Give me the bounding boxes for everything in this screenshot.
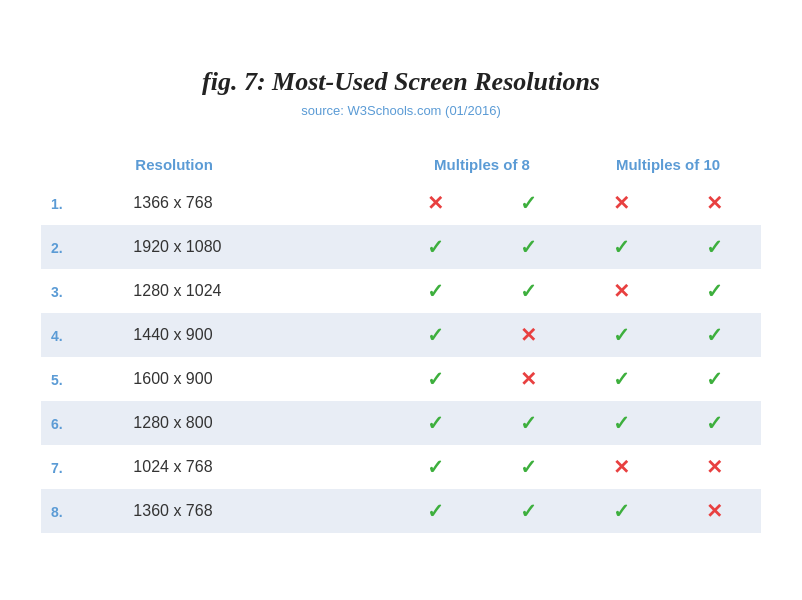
check-icon: ✓ — [427, 368, 444, 390]
check-icon: ✓ — [427, 412, 444, 434]
multiples10-width-cell: ✓ — [575, 357, 668, 401]
multiples10-height-cell: ✕ — [668, 445, 761, 489]
check-icon: ✓ — [427, 456, 444, 478]
row-number: 2. — [41, 225, 123, 269]
multiples8-height-cell: ✕ — [482, 313, 575, 357]
multiples10-width-cell: ✓ — [575, 313, 668, 357]
subtitle: source: W3Schools.com (01/2016) — [41, 103, 761, 118]
check-icon: ✓ — [706, 236, 723, 258]
page-container: fig. 7: Most-Used Screen Resolutions sou… — [21, 37, 781, 563]
table-row: 3.1280 x 1024✓✓✕✓ — [41, 269, 761, 313]
multiples10-height-cell: ✓ — [668, 357, 761, 401]
col-resolution-header: Resolution — [123, 148, 389, 181]
row-number: 8. — [41, 489, 123, 533]
check-icon: ✓ — [520, 412, 537, 434]
check-icon: ✓ — [427, 324, 444, 346]
cross-icon: ✕ — [706, 192, 723, 214]
check-icon: ✓ — [706, 412, 723, 434]
resolutions-table: Resolution Multiples of 8 Multiples of 1… — [41, 148, 761, 533]
resolution-cell: 1920 x 1080 — [123, 225, 389, 269]
multiples10-height-cell: ✓ — [668, 269, 761, 313]
col-multiples10-header: Multiples of 10 — [575, 148, 761, 181]
row-number: 7. — [41, 445, 123, 489]
row-number: 6. — [41, 401, 123, 445]
multiples8-width-cell: ✓ — [389, 489, 482, 533]
check-icon: ✓ — [520, 192, 537, 214]
table-row: 5.1600 x 900✓✕✓✓ — [41, 357, 761, 401]
row-number: 1. — [41, 181, 123, 225]
multiples10-height-cell: ✓ — [668, 225, 761, 269]
table-row: 2.1920 x 1080✓✓✓✓ — [41, 225, 761, 269]
multiples8-height-cell: ✓ — [482, 401, 575, 445]
multiples10-height-cell: ✕ — [668, 181, 761, 225]
multiples8-height-cell: ✓ — [482, 181, 575, 225]
row-number: 5. — [41, 357, 123, 401]
check-icon: ✓ — [706, 368, 723, 390]
check-icon: ✓ — [613, 412, 630, 434]
resolution-cell: 1440 x 900 — [123, 313, 389, 357]
cross-icon: ✕ — [520, 324, 537, 346]
multiples10-width-cell: ✓ — [575, 401, 668, 445]
multiples8-height-cell: ✓ — [482, 489, 575, 533]
check-icon: ✓ — [520, 500, 537, 522]
check-icon: ✓ — [427, 236, 444, 258]
col-num-header — [41, 148, 123, 181]
cross-icon: ✕ — [613, 280, 630, 302]
multiples8-height-cell: ✕ — [482, 357, 575, 401]
cross-icon: ✕ — [520, 368, 537, 390]
multiples8-width-cell: ✓ — [389, 313, 482, 357]
check-icon: ✓ — [520, 456, 537, 478]
multiples8-width-cell: ✓ — [389, 225, 482, 269]
table-row: 7.1024 x 768✓✓✕✕ — [41, 445, 761, 489]
multiples10-height-cell: ✕ — [668, 489, 761, 533]
multiples10-height-cell: ✓ — [668, 313, 761, 357]
page-title: fig. 7: Most-Used Screen Resolutions — [41, 67, 761, 97]
check-icon: ✓ — [706, 324, 723, 346]
multiples8-width-cell: ✓ — [389, 269, 482, 313]
check-icon: ✓ — [520, 280, 537, 302]
cross-icon: ✕ — [706, 500, 723, 522]
resolution-cell: 1280 x 1024 — [123, 269, 389, 313]
check-icon: ✓ — [613, 324, 630, 346]
resolution-cell: 1280 x 800 — [123, 401, 389, 445]
col-multiples8-header: Multiples of 8 — [389, 148, 575, 181]
resolution-cell: 1360 x 768 — [123, 489, 389, 533]
cross-icon: ✕ — [427, 192, 444, 214]
multiples10-width-cell: ✓ — [575, 489, 668, 533]
resolution-cell: 1600 x 900 — [123, 357, 389, 401]
table-row: 4.1440 x 900✓✕✓✓ — [41, 313, 761, 357]
table-row: 6.1280 x 800✓✓✓✓ — [41, 401, 761, 445]
check-icon: ✓ — [613, 500, 630, 522]
check-icon: ✓ — [613, 236, 630, 258]
table-row: 8.1360 x 768✓✓✓✕ — [41, 489, 761, 533]
multiples10-width-cell: ✓ — [575, 225, 668, 269]
multiples8-width-cell: ✕ — [389, 181, 482, 225]
multiples8-width-cell: ✓ — [389, 445, 482, 489]
row-number: 3. — [41, 269, 123, 313]
cross-icon: ✕ — [706, 456, 723, 478]
multiples8-width-cell: ✓ — [389, 401, 482, 445]
table-row: 1.1366 x 768✕✓✕✕ — [41, 181, 761, 225]
multiples10-height-cell: ✓ — [668, 401, 761, 445]
check-icon: ✓ — [427, 280, 444, 302]
multiples8-height-cell: ✓ — [482, 269, 575, 313]
multiples8-height-cell: ✓ — [482, 445, 575, 489]
multiples10-width-cell: ✕ — [575, 181, 668, 225]
multiples8-width-cell: ✓ — [389, 357, 482, 401]
check-icon: ✓ — [520, 236, 537, 258]
multiples10-width-cell: ✕ — [575, 445, 668, 489]
multiples10-width-cell: ✕ — [575, 269, 668, 313]
resolution-cell: 1366 x 768 — [123, 181, 389, 225]
multiples8-height-cell: ✓ — [482, 225, 575, 269]
cross-icon: ✕ — [613, 456, 630, 478]
check-icon: ✓ — [706, 280, 723, 302]
resolution-cell: 1024 x 768 — [123, 445, 389, 489]
row-number: 4. — [41, 313, 123, 357]
cross-icon: ✕ — [613, 192, 630, 214]
table-body: 1.1366 x 768✕✓✕✕2.1920 x 1080✓✓✓✓3.1280 … — [41, 181, 761, 533]
check-icon: ✓ — [427, 500, 444, 522]
check-icon: ✓ — [613, 368, 630, 390]
table-header-row: Resolution Multiples of 8 Multiples of 1… — [41, 148, 761, 181]
